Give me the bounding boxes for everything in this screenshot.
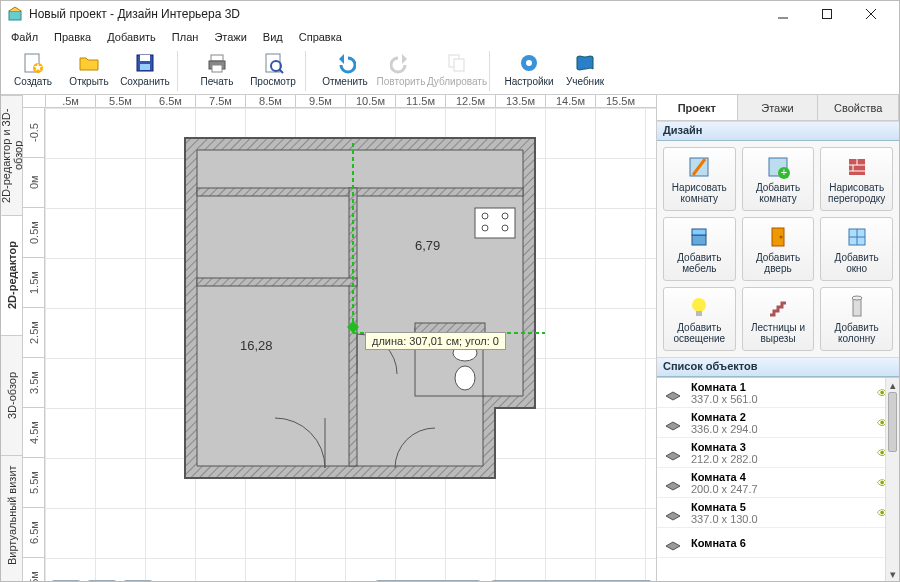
main-toolbar: ★Создать Открыть Сохранить Печать Просмо…: [1, 47, 899, 95]
tool-preview[interactable]: Просмотр: [245, 49, 301, 93]
menu-edit[interactable]: Правка: [46, 29, 99, 45]
undo-icon: [333, 51, 357, 75]
tool-open[interactable]: Открыть: [61, 49, 117, 93]
draw-room-icon: [686, 154, 712, 180]
measurement-tooltip: длина: 307,01 см; угол: 0: [365, 332, 506, 350]
menu-help[interactable]: Справка: [291, 29, 350, 45]
room-icon: [663, 532, 685, 554]
canvas-wrapper: .5м5.5м6.5м7.5м8.5м9.5м10.5м11.5м12.5м13…: [23, 95, 656, 581]
add-floor-button[interactable]: ✚Добавить этаж: [375, 580, 481, 581]
vtab-3d[interactable]: 3D-обзор: [1, 335, 22, 455]
tool-draw-room[interactable]: Нарисовать комнату: [663, 147, 736, 211]
svg-rect-23: [197, 188, 523, 196]
window-title: Новый проект - Дизайн Интерьера 3D: [29, 7, 761, 21]
menu-file[interactable]: Файл: [3, 29, 46, 45]
vtab-2d-3d[interactable]: 2D-редактор и 3D-обзор: [1, 95, 22, 215]
add-room-icon: +: [765, 154, 791, 180]
tool-settings[interactable]: Настройки: [501, 49, 557, 93]
list-item[interactable]: Комната 1337.0 x 561.0👁: [657, 378, 899, 408]
svg-rect-11: [211, 55, 223, 61]
svg-text:+: +: [781, 166, 787, 178]
room-icon: [663, 472, 685, 494]
scroll-thumb[interactable]: [888, 392, 897, 452]
toolbar-separator: [305, 51, 313, 91]
save-icon: [133, 51, 157, 75]
list-item[interactable]: Комната 3212.0 x 282.0👁: [657, 438, 899, 468]
svg-rect-18: [454, 59, 464, 71]
svg-rect-25: [197, 278, 357, 286]
list-item[interactable]: Комната 5337.0 x 130.0👁: [657, 498, 899, 528]
room-icon: [663, 412, 685, 434]
preview-icon: [261, 51, 285, 75]
tab-project[interactable]: Проект: [657, 95, 738, 120]
vtab-virtual[interactable]: Виртуальный визит: [1, 455, 22, 575]
menu-plan[interactable]: План: [164, 29, 207, 45]
tool-redo[interactable]: Повторить: [373, 49, 429, 93]
menu-add[interactable]: Добавить: [99, 29, 164, 45]
main-area: 2D-редактор и 3D-обзор 2D-редактор 3D-об…: [1, 95, 899, 581]
floor-plan-canvas[interactable]: 16,28 6,79 длина: 307,01 см; угол: 0 ✚До…: [45, 108, 656, 581]
tool-add-light[interactable]: Добавить освещение: [663, 287, 736, 351]
svg-rect-13: [212, 65, 222, 72]
tool-print[interactable]: Печать: [189, 49, 245, 93]
maximize-button[interactable]: [805, 1, 849, 27]
scroll-down-icon[interactable]: ▾: [886, 567, 899, 581]
column-icon: [844, 294, 870, 320]
door-icon: [765, 224, 791, 250]
stairs-icon: [765, 294, 791, 320]
right-panel: Проект Этажи Свойства Дизайн Нарисовать …: [656, 95, 899, 581]
menu-floors[interactable]: Этажи: [206, 29, 254, 45]
tab-properties[interactable]: Свойства: [818, 95, 899, 120]
svg-rect-0: [9, 11, 21, 20]
svg-rect-2: [823, 10, 832, 19]
svg-point-20: [526, 60, 532, 66]
tool-add-room[interactable]: +Добавить комнату: [742, 147, 815, 211]
menu-view[interactable]: Вид: [255, 29, 291, 45]
close-button[interactable]: [849, 1, 893, 27]
tool-undo[interactable]: Отменить: [317, 49, 373, 93]
tool-draw-partition[interactable]: Нарисовать перегородку: [820, 147, 893, 211]
ruler-left: -0.50м0.5м1.5м2.5м3.5м4.5м5.5м6.5м7.5м: [23, 108, 45, 581]
list-item[interactable]: Комната 2336.0 x 294.0👁: [657, 408, 899, 438]
tab-floors[interactable]: Этажи: [738, 95, 819, 120]
duplicate-icon: [445, 51, 469, 75]
show-all-dims-button[interactable]: ▦Показывать все размеры: [491, 580, 652, 581]
zoom-in-button[interactable]: [51, 580, 81, 581]
new-icon: ★: [21, 51, 45, 75]
room-area-1: 16,28: [240, 338, 273, 353]
floor-plan-drawing: [175, 128, 545, 508]
tool-add-window[interactable]: Добавить окно: [820, 217, 893, 281]
tool-stairs[interactable]: Лестницы и вырезы: [742, 287, 815, 351]
tool-duplicate[interactable]: Дублировать: [429, 49, 485, 93]
svg-rect-9: [140, 55, 150, 61]
zoom-out-button[interactable]: [87, 580, 117, 581]
tool-tutorial[interactable]: Учебник: [557, 49, 613, 93]
scrollbar[interactable]: ▴ ▾: [885, 378, 899, 581]
minimize-button[interactable]: [761, 1, 805, 27]
tool-add-furniture[interactable]: Добавить мебель: [663, 217, 736, 281]
view-tabs: 2D-редактор и 3D-обзор 2D-редактор 3D-об…: [1, 95, 23, 581]
room-area-2: 6,79: [415, 238, 440, 253]
window-icon: [844, 224, 870, 250]
list-item[interactable]: Комната 4200.0 x 247.7👁: [657, 468, 899, 498]
room-icon: [663, 442, 685, 464]
object-list: Комната 1337.0 x 561.0👁 Комната 2336.0 x…: [657, 377, 899, 581]
room-icon: [663, 382, 685, 404]
tool-save[interactable]: Сохранить: [117, 49, 173, 93]
svg-point-36: [455, 366, 475, 390]
svg-text:★: ★: [33, 61, 43, 73]
scroll-up-icon[interactable]: ▴: [886, 378, 899, 392]
svg-rect-67: [853, 298, 861, 316]
svg-rect-58: [692, 235, 706, 245]
zoom-tools: [51, 580, 153, 581]
zoom-fit-button[interactable]: [123, 580, 153, 581]
tool-create[interactable]: ★Создать: [5, 49, 61, 93]
toolbar-separator: [177, 51, 185, 91]
svg-point-61: [779, 236, 782, 239]
list-item[interactable]: Комната 6: [657, 528, 899, 558]
section-objects-header: Список объектов: [657, 357, 899, 377]
vtab-2d[interactable]: 2D-редактор: [1, 215, 22, 335]
tool-add-column[interactable]: Добавить колонну: [820, 287, 893, 351]
tool-add-door[interactable]: Добавить дверь: [742, 217, 815, 281]
open-icon: [77, 51, 101, 75]
